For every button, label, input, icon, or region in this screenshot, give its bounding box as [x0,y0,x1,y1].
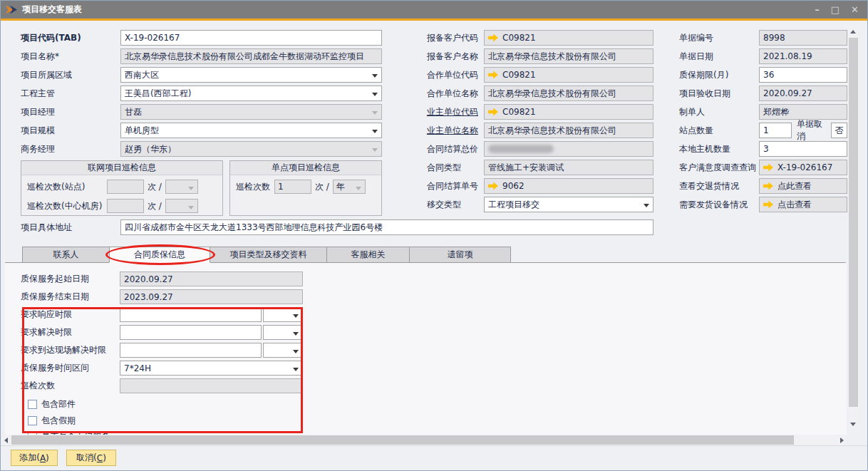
form-row: 项目经理 甘磊 [21,104,382,120]
link-arrow-icon[interactable] [763,164,773,172]
project-address-input[interactable]: 四川省成都市金牛区天龙大道1333号西部地理信息科技产业园6号楼 [120,219,653,235]
tab-contract-warranty[interactable]: 合同质保信息 [109,247,210,263]
scroll-right-icon[interactable] [840,438,844,443]
form-row: 合同类型 管线施工+安装调试 [427,160,653,175]
field-label: 质保服务结束日期 [21,291,120,303]
partner-unit-name-field: 北京易华录信息技术股份有限公司 [484,86,653,101]
form-row: 巡检次数 [21,378,303,393]
vertical-scrollbar[interactable] [848,26,859,430]
tab-customer-service[interactable]: 客服相关 [326,247,410,263]
groupbox-title: 单点项目巡检信息 [230,161,381,175]
chevron-down-icon[interactable] [293,332,299,336]
link-arrow-icon[interactable] [763,182,773,190]
checkbox-include-parts[interactable] [28,400,37,409]
transfer-type-select[interactable]: 工程项目移交 [484,197,653,212]
response-time-input[interactable] [120,307,262,322]
form-row: 站点数量 1 单据取消 否 [679,123,847,138]
shipping-equipment-value: 点击查看 [777,199,812,211]
right-field-column: 单据编号 8998 单据日期 2021.08.19 质保期限(月) 36 项目验… [679,30,847,215]
accent-line [1,19,867,21]
chevron-down-icon[interactable] [372,74,378,78]
scroll-down-icon[interactable] [850,423,856,426]
cancel-button[interactable]: 取消(C) [66,450,116,466]
form-row: 业主单位代码 C09821 [427,104,653,120]
report-customer-code-value: C09821 [502,33,536,43]
horizontal-scroll-thumb[interactable] [11,435,794,445]
chevron-down-icon[interactable] [372,93,378,96]
form-row: 客户满意度调查查询 X-19-026167 [679,160,847,175]
inspection-count-input[interactable]: 1 [274,180,311,194]
contract-total-price-field [484,141,653,157]
project-scale-select[interactable]: 单机房型 [120,123,382,138]
field-label: 合作单位名称 [427,88,484,100]
warranty-period-input[interactable]: 36 [759,67,847,83]
report-customer-code-field[interactable]: C09821 [484,30,653,46]
scroll-up-icon[interactable] [850,30,856,33]
link-arrow-icon[interactable] [488,71,498,79]
chevron-down-icon[interactable] [293,314,299,318]
add-button[interactable]: 添加(A) [11,450,58,466]
onsite-resolve-time-unit-select[interactable] [263,343,303,358]
chevron-down-icon [372,111,378,115]
titlebar: 项目移交客服表 – □ ✕ [1,1,867,19]
panel-inspection-count-field [120,378,303,393]
satisfaction-survey-link[interactable]: X-19-026167 [759,160,847,175]
tab-project-type-materials[interactable]: 项目类型及移交资料 [210,247,327,263]
site-inspection-count-input [107,180,144,194]
form-row: 质保服务起始日期 2020.09.27 [21,271,303,286]
chevron-down-icon[interactable] [644,204,649,207]
form-row: 单据日期 2021.08.19 [679,48,847,64]
field-label: 商务经理 [21,143,120,155]
resolve-time-input[interactable] [120,325,262,340]
form-row: 制单人 郑熠桦 [679,104,847,120]
field-label: 质保服务起始日期 [21,273,120,285]
partner-unit-code-field[interactable]: C09821 [484,67,653,83]
onsite-resolve-time-input[interactable] [120,343,262,358]
local-host-count-input[interactable]: 3 [759,141,847,157]
owner-unit-code-field[interactable]: C09821 [484,104,653,120]
region-select[interactable]: 西南大区 [120,67,382,83]
form-row: 质保期限(月) 36 [679,67,847,83]
resolve-time-unit-select[interactable] [263,325,303,340]
tab-contacts[interactable]: 联系人 [22,247,110,263]
field-label: 质保期限(月) [679,69,759,81]
chevron-down-icon[interactable] [293,350,299,353]
inspection-freq-select: 年 [333,180,366,194]
engineering-supervisor-select[interactable]: 王美昌(西部工程) [120,86,382,101]
horizontal-scrollbar[interactable] [2,435,846,445]
field-label: 项目规模 [21,125,120,137]
shipping-equipment-link[interactable]: 点击查看 [759,197,847,212]
vertical-scroll-thumb[interactable] [849,38,858,407]
service-window-select[interactable]: 7*24H [120,361,303,376]
checkbox-onsite-service[interactable] [28,433,37,435]
maximize-button[interactable]: □ [831,4,839,15]
link-arrow-icon[interactable] [763,201,773,209]
checkbox-row: 是否包含上门服务 [28,430,110,435]
field-label: 单据日期 [679,51,759,63]
scroll-left-icon[interactable] [4,438,8,443]
project-manager-select: 甘磊 [120,104,382,120]
tab-leftover-items[interactable]: 遗留项 [409,247,511,263]
owner-unit-name-field: 北京易华录信息技术股份有限公司 [484,123,653,138]
contract-settlement-no-field[interactable]: 9062 [484,178,653,194]
site-inspection-freq-select [165,180,198,194]
close-button[interactable]: ✕ [851,4,859,15]
minimize-button[interactable]: – [815,4,820,15]
chevron-down-icon[interactable] [293,368,299,371]
unit-label: 次 / [148,200,162,212]
form-row: 业主单位名称 北京易华录信息技术股份有限公司 [427,123,653,138]
link-arrow-icon[interactable] [488,34,498,42]
site-count-input[interactable]: 1 [759,123,792,138]
checkbox-include-holiday[interactable] [28,416,37,425]
acceptance-date-field: 2020.09.27 [759,86,847,101]
checkbox-label: 包含部件 [41,398,76,410]
project-code-input[interactable]: X-19-026167 [120,30,382,46]
link-arrow-icon[interactable] [488,182,498,190]
field-label: 站点数量 [679,125,759,137]
link-arrow-icon[interactable] [488,108,498,116]
form-row: 报备客户名称 北京易华录信息技术股份有限公司 [427,48,653,64]
window-title: 项目移交客服表 [22,4,82,16]
chevron-down-icon[interactable] [372,130,378,133]
returns-status-link[interactable]: 点此查看 [759,178,847,194]
response-time-unit-select[interactable] [263,307,303,322]
